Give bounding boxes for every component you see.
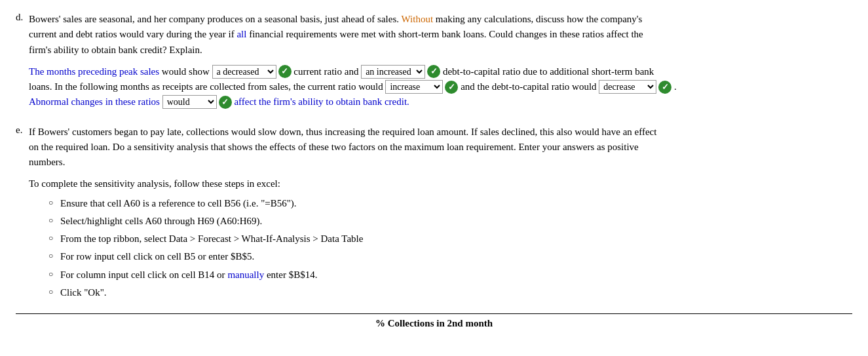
- section-e-letter: e.: [16, 125, 26, 136]
- e-p2-text: To complete the sensitivity analysis, fo…: [29, 178, 280, 189]
- dropdown2-wrap: an increased a decreased no change in ✓: [361, 65, 440, 79]
- check-icon-1: ✓: [278, 65, 292, 78]
- check-icon-4: ✓: [658, 81, 671, 94]
- step-1-text: Ensure that cell A60 is a reference to c…: [60, 198, 297, 208]
- step-4-text: For row input cell click on cell B5 or e…: [60, 251, 254, 262]
- step-5: For column input cell click on cell B14 …: [48, 267, 852, 283]
- e-p1-line2: on the required loan. Do a sensitivity a…: [29, 142, 639, 152]
- months-text: The months preceding peak sales: [29, 66, 162, 77]
- dropdown4-select[interactable]: decrease increase not change: [599, 80, 656, 94]
- section-d-p1-line2: current and debt ratios would vary durin…: [29, 29, 643, 39]
- section-d-paragraph1: Bowers' sales are seasonal, and her comp…: [29, 12, 852, 58]
- debt-capital-text: debt-to-capital ratio due to additional …: [443, 66, 654, 77]
- step-3-text: From the top ribbon, select Data > Forec…: [60, 233, 363, 244]
- and-debt-text: and the debt-to-capital ratio would: [461, 81, 599, 92]
- step-5-text: For column input cell click on cell B14 …: [60, 269, 317, 280]
- step-6: Click "Ok".: [48, 285, 852, 300]
- all-text: all: [236, 29, 246, 39]
- section-d-p1-line3: firm's ability to obtain bank credit? Ex…: [29, 45, 202, 55]
- section-d-p1-text: Bowers' sales are seasonal, and her comp…: [29, 14, 642, 24]
- e-p1-text: If Bowers' customers began to pay late, …: [29, 127, 656, 137]
- section-d-interactive-lines: The months preceding peak sales would sh…: [29, 64, 852, 110]
- section-e-paragraph1: If Bowers' customers began to pay late, …: [29, 125, 852, 170]
- step-4: For row input cell click on cell B5 or e…: [48, 249, 852, 264]
- step-3: From the top ribbon, select Data > Forec…: [48, 231, 852, 247]
- footer-label: % Collections in 2nd month: [16, 313, 852, 329]
- section-e: e. If Bowers' customers began to pay lat…: [16, 125, 852, 304]
- steps-list: Ensure that cell A60 is a reference to c…: [29, 196, 852, 301]
- dropdown4-wrap: decrease increase not change ✓: [599, 80, 671, 94]
- current-ratio-text: current ratio and: [293, 66, 361, 77]
- period-text: .: [674, 81, 677, 92]
- dropdown1-wrap: a decreased an increased no change in ✓: [212, 65, 292, 79]
- step-2: Select/highlight cells A60 through H69 (…: [48, 214, 852, 229]
- step-2-text: Select/highlight cells A60 through H69 (…: [60, 216, 262, 226]
- dropdown5-select[interactable]: would would not: [162, 95, 217, 109]
- dropdown3-wrap: increase decrease not change ✓: [385, 80, 458, 94]
- section-d-letter: d.: [16, 12, 26, 23]
- affect-text: affect the firm's ability to obtain bank…: [234, 96, 409, 107]
- step-1: Ensure that cell A60 is a reference to c…: [48, 196, 852, 211]
- check-icon-3: ✓: [445, 81, 458, 94]
- e-p1-line3: numbers.: [29, 157, 65, 167]
- dropdown5-wrap: would would not ✓: [162, 95, 232, 109]
- dropdown3-select[interactable]: increase decrease not change: [385, 80, 443, 94]
- without-text: Without: [402, 14, 434, 24]
- dropdown2-select[interactable]: an increased a decreased no change in: [361, 65, 425, 79]
- would-show-text: would show: [162, 66, 212, 77]
- loans-text: loans. In the following months as receip…: [29, 81, 385, 92]
- abnormal-text: Abnormal changes in these ratios: [29, 96, 162, 107]
- check-icon-2: ✓: [427, 65, 440, 78]
- section-e-content: If Bowers' customers began to pay late, …: [29, 125, 852, 304]
- section-d-content: Bowers' sales are seasonal, and her comp…: [29, 12, 852, 114]
- manually-text: manually: [227, 269, 264, 280]
- section-e-paragraph2: To complete the sensitivity analysis, fo…: [29, 176, 852, 191]
- section-d: d. Bowers' sales are seasonal, and her c…: [16, 12, 852, 114]
- check-icon-5: ✓: [219, 96, 232, 109]
- dropdown1-select[interactable]: a decreased an increased no change in: [212, 65, 276, 79]
- step-6-text: Click "Ok".: [60, 287, 107, 298]
